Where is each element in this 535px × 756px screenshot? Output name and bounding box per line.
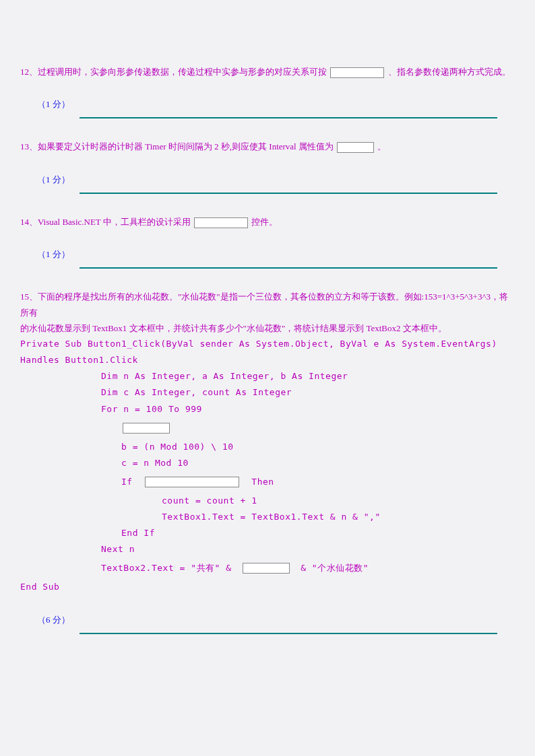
- code-line: For n = 100 To 999: [20, 401, 515, 417]
- code-line: count = count + 1: [20, 493, 515, 509]
- code-line: TextBox1.Text = TextBox1.Text & n & ",": [20, 509, 515, 525]
- q14-number: 14、: [20, 217, 38, 227]
- blank-input[interactable]: [194, 217, 248, 228]
- blank-input[interactable]: [123, 423, 170, 434]
- q12-number: 12、: [20, 67, 38, 77]
- divider: [80, 193, 497, 194]
- code-line: Dim c As Integer, count As Integer: [20, 384, 515, 401]
- code-line: End Sub: [20, 579, 515, 595]
- code-line-result: TextBox2.Text = "共有" & & "个水仙花数": [20, 557, 515, 579]
- question-12-text: 12、过程调用时，实参向形参传递数据，传递过程中实参与形参的对应关系可按 、指名…: [20, 64, 515, 79]
- question-15-intro: 15、下面的程序是找出所有的水仙花数。"水仙花数"是指一个三位数，其各位数的立方…: [20, 289, 515, 336]
- q13-score: （1 分）: [37, 174, 515, 186]
- code-line: c = n Mod 10: [20, 455, 515, 471]
- q15-score: （6 分）: [37, 614, 515, 626]
- question-12: 12、过程调用时，实参向形参传递数据，传递过程中实参与形参的对应关系可按 、指名…: [20, 64, 515, 118]
- code-line-if: If Then: [20, 471, 515, 493]
- q13-after: 。: [377, 141, 386, 151]
- textbox2-prefix: TextBox2.Text = "共有" &: [101, 563, 232, 573]
- then-keyword: Then: [251, 477, 274, 487]
- q15-line2: 的水仙花数显示到 TextBox1 文本框中，并统计共有多少个"水仙花数"，将统…: [20, 323, 447, 333]
- q13-number: 13、: [20, 141, 38, 151]
- q12-after: 、指名参数传递两种方式完成。: [388, 67, 511, 77]
- question-13-text: 13、如果要定义计时器的计时器 Timer 时间间隔为 2 秒,则应使其 Int…: [20, 139, 515, 154]
- code-line: b = (n Mod 100) \ 10: [20, 439, 515, 455]
- blank-input[interactable]: [337, 142, 374, 153]
- code-line: Dim n As Integer, a As Integer, b As Int…: [20, 368, 515, 384]
- q14-after: 控件。: [251, 217, 278, 227]
- q12-score: （1 分）: [37, 98, 515, 110]
- q13-before: 如果要定义计时器的计时器 Timer 时间间隔为 2 秒,则应使其 Interv…: [38, 141, 334, 151]
- blank-input[interactable]: [330, 67, 384, 78]
- q14-before: Visual Basic.NET 中，工具栏的设计采用: [38, 217, 191, 227]
- code-block: Private Sub Button1_Click(ByVal sender A…: [20, 336, 515, 595]
- question-14-text: 14、Visual Basic.NET 中，工具栏的设计采用 控件。: [20, 214, 515, 230]
- code-line: End If: [20, 525, 515, 541]
- code-line: Next n: [20, 541, 515, 557]
- q12-before: 过程调用时，实参向形参传递数据，传递过程中实参与形参的对应关系可按: [38, 67, 327, 77]
- textbox2-suffix: & "个水仙花数": [301, 563, 369, 573]
- q15-number: 15、: [20, 291, 38, 302]
- question-13: 13、如果要定义计时器的计时器 Timer 时间间隔为 2 秒,则应使其 Int…: [20, 139, 515, 193]
- question-15: 15、下面的程序是找出所有的水仙花数。"水仙花数"是指一个三位数，其各位数的立方…: [20, 289, 515, 634]
- q15-line1: 下面的程序是找出所有的水仙花数。"水仙花数"是指一个三位数，其各位数的立方和等于…: [20, 291, 508, 317]
- divider: [80, 267, 497, 269]
- q14-score: （1 分）: [37, 248, 515, 261]
- blank-input[interactable]: [243, 563, 290, 574]
- code-line-blank: [20, 417, 515, 439]
- if-keyword: If: [121, 477, 133, 487]
- question-14: 14、Visual Basic.NET 中，工具栏的设计采用 控件。 （1 分）: [20, 214, 515, 269]
- code-line: Private Sub Button1_Click(ByVal sender A…: [20, 336, 515, 368]
- blank-input[interactable]: [145, 477, 239, 487]
- divider: [80, 117, 497, 118]
- divider: [80, 633, 497, 634]
